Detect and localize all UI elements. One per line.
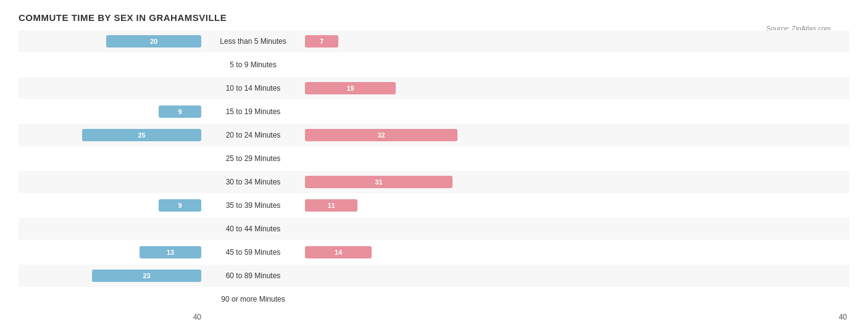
- chart-row: 25 to 29 Minutes: [19, 147, 849, 170]
- right-section: 31: [303, 176, 849, 188]
- male-value: 23: [140, 272, 152, 279]
- row-label: 10 to 14 Minutes: [204, 84, 303, 93]
- row-label: 90 or more Minutes: [204, 295, 303, 303]
- chart-row: 90 or more Minutes: [19, 288, 849, 310]
- left-section: 13: [19, 246, 204, 258]
- row-label: 45 to 59 Minutes: [204, 248, 303, 257]
- right-section: [303, 293, 849, 305]
- female-value: 11: [325, 202, 337, 209]
- chart-row: 23 60 to 89 Minutes: [19, 265, 849, 287]
- axis-right-value: 40: [303, 313, 849, 321]
- right-section: 14: [303, 246, 849, 258]
- female-value: 31: [372, 178, 385, 186]
- right-section: 11: [303, 199, 849, 212]
- row-label: 20 to 24 Minutes: [204, 131, 303, 139]
- chart-row: 13 45 to 59 Minutes 14: [19, 241, 849, 263]
- chart-row: 9 15 to 19 Minutes: [19, 101, 849, 123]
- right-section: [303, 105, 849, 118]
- female-bar: 7: [305, 35, 338, 47]
- chart-title: COMMUTE TIME BY SEX IN GRAHAMSVILLE: [19, 12, 849, 23]
- male-bar: 13: [140, 246, 201, 258]
- chart-row: 25 20 to 24 Minutes 32: [19, 124, 849, 146]
- row-label: 30 to 34 Minutes: [204, 178, 303, 186]
- left-section: [19, 293, 204, 305]
- left-section: [19, 82, 204, 94]
- female-bar: 14: [305, 246, 372, 258]
- row-label: 40 to 44 Minutes: [204, 225, 303, 233]
- male-value: 9: [175, 202, 184, 209]
- female-value: 19: [344, 85, 356, 92]
- chart-row: 10 to 14 Minutes 19: [19, 77, 849, 99]
- chart-row: 9 35 to 39 Minutes 11: [19, 194, 849, 217]
- female-value: 7: [317, 38, 326, 45]
- row-label: 5 to 9 Minutes: [204, 60, 303, 69]
- axis-left-value: 40: [19, 313, 204, 321]
- chart-row: 40 to 44 Minutes: [19, 218, 849, 240]
- row-label: 15 to 19 Minutes: [204, 107, 303, 116]
- male-value: 25: [135, 131, 148, 139]
- chart-row: 5 to 9 Minutes: [19, 54, 849, 76]
- female-bar: 19: [305, 82, 396, 94]
- row-label: 25 to 29 Minutes: [204, 154, 303, 163]
- chart-row: 20 Less than 5 Minutes 7: [19, 30, 849, 52]
- chart-area: 20 Less than 5 Minutes 7 5 to 9 Minutes: [19, 30, 849, 322]
- left-section: [19, 152, 204, 165]
- left-section: 25: [19, 129, 204, 141]
- left-section: 20: [19, 35, 204, 47]
- right-section: [303, 270, 849, 282]
- female-bar: 32: [305, 129, 457, 141]
- left-section: 23: [19, 270, 204, 282]
- female-bar: 31: [305, 176, 453, 188]
- right-section: 32: [303, 129, 849, 141]
- row-label: Less than 5 Minutes: [204, 37, 303, 46]
- axis-row: 40 40: [19, 313, 849, 321]
- right-section: 19: [303, 82, 849, 94]
- left-section: [19, 223, 204, 235]
- female-bar: 11: [305, 199, 357, 212]
- left-section: 9: [19, 105, 204, 118]
- left-section: [19, 59, 204, 71]
- male-value: 20: [148, 38, 160, 45]
- male-bar: 25: [82, 129, 201, 141]
- female-value: 14: [332, 249, 344, 256]
- male-bar: 9: [159, 199, 201, 212]
- male-bar: 23: [92, 270, 201, 282]
- right-section: [303, 223, 849, 235]
- male-value: 13: [164, 249, 177, 256]
- male-bar: 20: [106, 35, 201, 47]
- right-section: [303, 59, 849, 71]
- right-section: [303, 152, 849, 165]
- male-bar: 9: [159, 105, 201, 118]
- row-label: 35 to 39 Minutes: [204, 201, 303, 210]
- female-value: 32: [375, 131, 387, 139]
- left-section: 9: [19, 199, 204, 212]
- chart-row: 30 to 34 Minutes 31: [19, 171, 849, 193]
- right-section: 7: [303, 35, 849, 47]
- row-label: 60 to 89 Minutes: [204, 271, 303, 280]
- left-section: [19, 176, 204, 188]
- male-value: 9: [175, 108, 184, 115]
